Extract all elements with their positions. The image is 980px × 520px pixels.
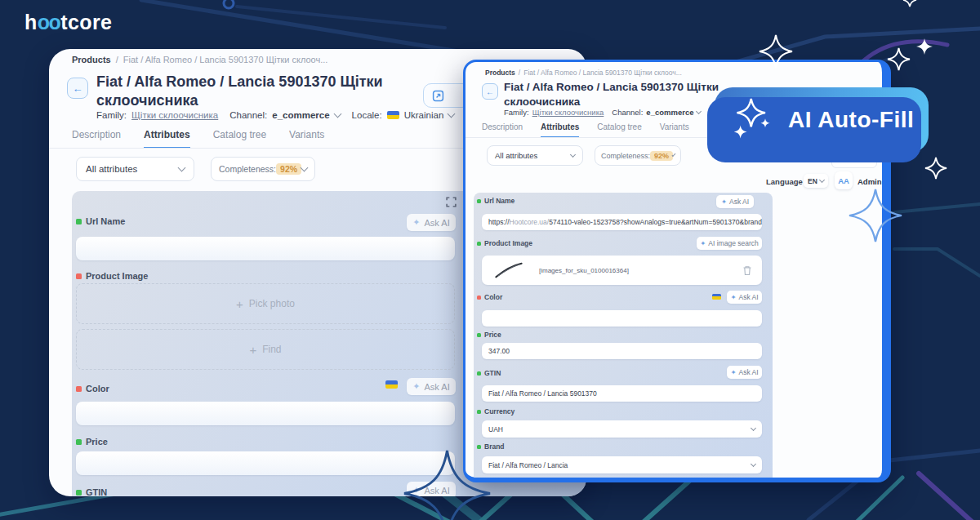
url-name-input[interactable] — [76, 237, 455, 260]
ask-ai-button[interactable]: ✦ Ask AI — [407, 378, 456, 395]
field-label-product-image: Product Image — [477, 239, 532, 247]
chevron-down-icon — [178, 164, 186, 172]
language-selector[interactable]: EN — [804, 174, 828, 188]
chevron-down-icon — [696, 109, 702, 114]
chevron-down-icon — [333, 110, 341, 118]
sparkle-icon: ✦ — [721, 198, 727, 206]
attributes-panel: Url Name ✦ Ask AI https://Hootcore.ua/57… — [474, 193, 773, 478]
attributes-filter-dropdown[interactable]: All attributes — [487, 145, 583, 166]
ask-ai-button[interactable]: ✦ Ask AI — [727, 366, 762, 379]
ai-image-search-button[interactable]: ✦ AI image search — [697, 237, 762, 250]
locale-dropdown[interactable]: Locale: Ukrainian — [352, 110, 455, 120]
sparkle-icon: ✦ — [412, 217, 420, 228]
ask-ai-button[interactable]: ✦ Ask AI — [727, 291, 762, 304]
color-input[interactable] — [76, 402, 455, 425]
gtin-input[interactable]: Fiat / Alfa Romeo / Lancia 5901370 — [482, 385, 762, 402]
plus-icon: + — [249, 343, 256, 357]
chevron-down-icon — [301, 164, 309, 172]
breadcrumb: Products / Fiat / Alfa Romeo / Lancia 59… — [72, 55, 327, 64]
channel-dropdown[interactable]: Channel: e_commerce — [229, 110, 340, 120]
field-label-brand: Brand — [477, 442, 505, 451]
plus-icon: + — [236, 297, 243, 311]
product-meta-row: Family: Щітки склоочисника Channel: e_co… — [96, 110, 454, 120]
breadcrumb-root[interactable]: Products — [485, 69, 515, 77]
locale-value: Ukrainian — [404, 110, 444, 120]
tab-attributes[interactable]: Attributes — [541, 122, 579, 138]
back-arrow-icon: ← — [486, 87, 494, 96]
tab-variants[interactable]: Variants — [660, 122, 689, 138]
find-image-dropzone[interactable]: + Find — [76, 329, 455, 370]
user-name: Admin Admin — [858, 177, 884, 186]
sparkle-icon: ✦ — [730, 293, 736, 301]
family-link[interactable]: Щітки склоочисника — [532, 108, 604, 117]
ukraine-flag-icon — [385, 380, 398, 389]
tab-description[interactable]: Description — [72, 129, 121, 149]
brand-select[interactable]: Fiat / Alfa Romeo / Lancia — [482, 456, 762, 473]
color-input[interactable] — [482, 310, 762, 327]
currency-select[interactable]: UAH — [482, 420, 762, 438]
pick-photo-dropzone[interactable]: + Pick photo — [76, 283, 455, 324]
ukraine-flag-icon — [712, 294, 721, 300]
completeness-badge: 92% — [276, 163, 301, 175]
chevron-down-icon — [448, 110, 456, 118]
expand-icon — [446, 197, 457, 207]
breadcrumb-separator: / — [519, 69, 520, 77]
tab-attributes[interactable]: Attributes — [144, 129, 190, 149]
family-label: Family: — [504, 108, 529, 117]
breadcrumb-current: Fiat / Alfa Romeo / Lancia 5901370 Щітки… — [123, 55, 328, 64]
image-filename: [images_for_sku_0100016364] — [539, 267, 629, 274]
channel-label: Channel: — [229, 110, 267, 120]
tab-description[interactable]: Description — [482, 122, 523, 138]
field-label-url-name: Url Name — [477, 197, 514, 205]
completeness-filter-dropdown[interactable]: Completeness: 92% — [211, 157, 315, 181]
ask-ai-button[interactable]: ✦ Ask AI — [407, 214, 456, 231]
ai-auto-fill-badge: AI Auto-Fill — [715, 87, 929, 153]
price-input[interactable]: 347.00 — [482, 343, 762, 359]
wiper-blade-thumbnail — [493, 261, 524, 279]
status-dot-red-icon — [76, 386, 82, 392]
status-dot-green-icon — [76, 439, 82, 445]
status-dot-green-icon — [477, 242, 481, 246]
tab-catalog-tree[interactable]: Catalog tree — [213, 129, 266, 149]
attributes-filter-value: All attributes — [495, 151, 537, 160]
family-label: Family: — [96, 110, 127, 120]
channel-dropdown[interactable]: Channel: e_commerce — [612, 108, 701, 117]
status-dot-green-icon — [76, 490, 82, 496]
product-image-row: [images_for_sku_0100016364] — [482, 256, 762, 285]
trash-icon[interactable] — [742, 265, 752, 276]
breadcrumb-separator: / — [116, 55, 118, 64]
breadcrumb-root[interactable]: Products — [72, 55, 111, 64]
sparkles-cluster-icon — [731, 97, 777, 143]
chevron-down-icon — [751, 461, 756, 467]
attributes-filter-dropdown[interactable]: All attributes — [76, 157, 194, 181]
status-dot-green-icon — [477, 445, 481, 449]
tab-variants[interactable]: Variants — [289, 129, 324, 149]
tab-catalog-tree[interactable]: Catalog tree — [597, 122, 641, 138]
family-link[interactable]: Щітки склоочисника — [131, 110, 218, 120]
expand-button[interactable] — [446, 197, 457, 207]
field-label-price: Price — [76, 437, 108, 447]
channel-label: Channel: — [612, 108, 643, 117]
sparkle-icon: ✦ — [730, 368, 736, 376]
back-button[interactable]: ← — [482, 83, 498, 100]
status-dot-green-icon — [477, 333, 481, 337]
marketing-screenshot: { "logo": { "part1": "h", "part2": "oo",… — [0, 0, 980, 520]
attributes-filter-value: All attributes — [86, 164, 137, 174]
avatar[interactable]: AA — [835, 171, 853, 189]
ask-ai-button[interactable]: ✦ Ask AI — [407, 482, 456, 496]
price-input[interactable] — [76, 451, 455, 475]
completeness-label: Completeness: — [219, 164, 276, 174]
completeness-filter-dropdown[interactable]: Completeness: 92% — [595, 145, 681, 166]
chevron-down-icon — [819, 177, 825, 183]
chevron-down-icon — [751, 425, 756, 431]
back-button[interactable]: ← — [67, 78, 88, 99]
field-label-currency: Currency — [477, 407, 514, 416]
logo-text-h: h — [24, 11, 38, 33]
completeness-label: Completeness: — [601, 152, 650, 160]
status-dot-red-icon — [477, 296, 481, 300]
logo-text-tcore: tcore — [60, 11, 112, 33]
field-label-url-name: Url Name — [76, 216, 125, 226]
ask-ai-button[interactable]: ✦ Ask AI — [716, 195, 754, 208]
url-name-input[interactable]: https://Hootcore.ua/574110-valeo-1523758… — [482, 214, 762, 230]
channel-value: e_commerce — [646, 108, 693, 117]
